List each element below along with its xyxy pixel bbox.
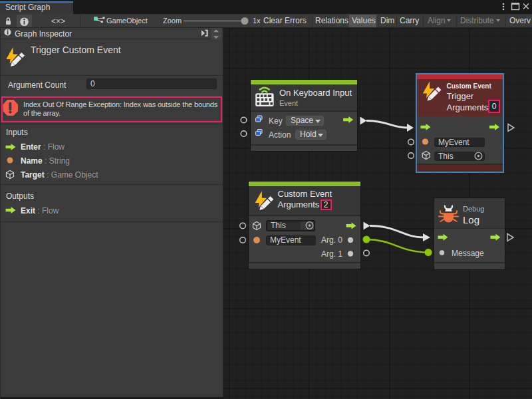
svg-text:<×>: <×> — [51, 17, 65, 26]
